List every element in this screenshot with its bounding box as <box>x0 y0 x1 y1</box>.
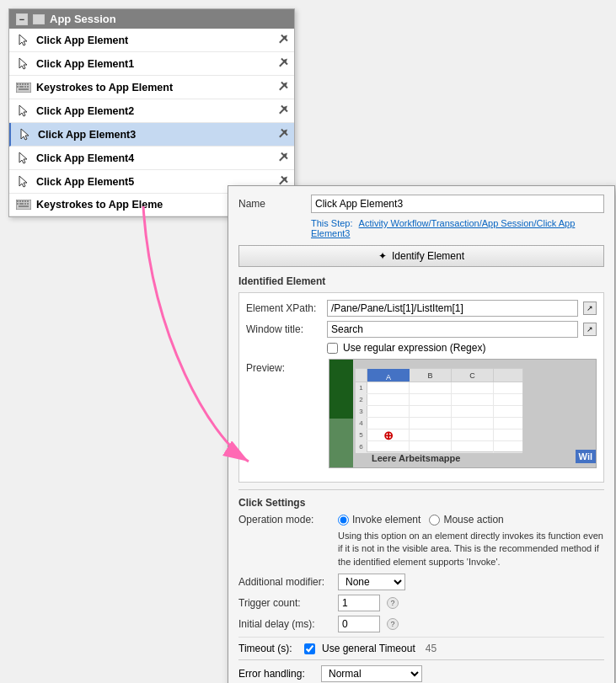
excel-row-3: 3 <box>356 406 522 418</box>
regex-checkbox[interactable] <box>327 343 338 354</box>
svg-rect-20 <box>27 203 29 205</box>
xpath-help-icon[interactable]: ↗ <box>583 301 597 315</box>
cursor-icon <box>16 104 31 118</box>
use-general-timeout-checkbox[interactable] <box>304 643 315 654</box>
item-label-click-app-element4: Click App Element4 <box>36 152 272 164</box>
panel-header: − App Session <box>9 9 294 29</box>
operation-mode-info: Using this option on an element directly… <box>238 530 604 568</box>
svg-rect-1 <box>17 83 19 85</box>
svg-rect-19 <box>24 203 26 205</box>
mouse-action-label: Mouse action <box>443 514 503 526</box>
list-item-click-app-element3[interactable]: Click App Element3 <box>9 123 294 147</box>
additional-modifier-label: Additional modifier: <box>238 576 331 588</box>
wand-icon: ✦ <box>378 250 387 262</box>
timeout-row: Timeout (s): Use general Timeout 45 <box>238 637 604 654</box>
svg-rect-16 <box>27 200 29 202</box>
window-title-input[interactable] <box>327 321 578 338</box>
excel-template-label: Leere Arbeitsmappe <box>372 453 460 463</box>
this-step: This Step: Activity Workflow/Transaction… <box>238 218 604 238</box>
timeout-label: Timeout (s): <box>238 643 297 654</box>
error-handling-label: Error handling: <box>238 668 314 680</box>
item-label-keystrokes-1: Keystrokes to App Element <box>36 82 272 93</box>
click-settings-title: Click Settings <box>238 497 604 509</box>
operation-mode-label: Operation mode: <box>238 514 331 526</box>
excel-row-5: 5 ⊕ <box>356 430 522 441</box>
list-item-click-app-element1[interactable]: Click App Element1 <box>9 52 294 76</box>
initial-delay-help[interactable]: ? <box>387 618 399 630</box>
initial-delay-label: Initial delay (ms): <box>238 618 331 630</box>
preview-row: Preview: A B C <box>246 359 597 468</box>
invoke-radio[interactable] <box>338 515 349 526</box>
window-title-label: Window title: <box>246 323 322 335</box>
error-handling-row: Error handling: Normal <box>238 659 604 683</box>
timeout-value: 45 <box>426 643 437 654</box>
mouse-radio[interactable] <box>429 515 440 526</box>
svg-rect-8 <box>24 86 26 88</box>
svg-rect-15 <box>24 200 26 202</box>
regex-row: Use regular expression (Regex) <box>246 342 597 354</box>
col-b-header: B <box>410 369 452 382</box>
trigger-count-help[interactable]: ? <box>387 597 399 609</box>
window-title-help-icon[interactable]: ↗ <box>583 323 597 336</box>
cursor-icon <box>18 128 33 141</box>
identified-element-title: Identified Element <box>238 275 604 287</box>
svg-rect-13 <box>19 200 21 202</box>
click-settings-section: Click Settings Operation mode: Invoke el… <box>238 489 604 632</box>
list-item-click-app-element[interactable]: Click App Element <box>9 29 294 52</box>
svg-rect-4 <box>24 83 26 85</box>
keyboard-icon <box>16 81 31 94</box>
preview-area: A B C 1 2 <box>329 359 597 468</box>
mouse-action-option[interactable]: Mouse action <box>429 514 503 526</box>
svg-rect-2 <box>19 83 21 85</box>
item-label-click-app-element1: Click App Element1 <box>36 58 272 70</box>
xpath-label: Element XPath: <box>246 302 322 314</box>
list-item-click-app-element4[interactable]: Click App Element4 <box>9 147 294 170</box>
initial-delay-row: Initial delay (ms): ? <box>238 616 604 632</box>
svg-rect-21 <box>19 205 29 207</box>
trigger-count-row: Trigger count: ? <box>238 595 604 611</box>
initial-delay-input[interactable] <box>338 616 380 632</box>
use-general-timeout-label: Use general Timeout <box>322 643 415 654</box>
dialog: Name This Step: Activity Workflow/Transa… <box>228 185 615 683</box>
pin-icon-click-app-element2 <box>274 102 292 120</box>
identify-element-button[interactable]: ✦ Identify Element <box>238 245 604 267</box>
xpath-input[interactable] <box>327 300 578 317</box>
operation-mode-row: Operation mode: Invoke element Mouse act… <box>238 514 604 526</box>
error-handling-select[interactable]: Normal <box>321 665 422 682</box>
keyboard-icon <box>16 198 31 211</box>
operation-mode-radios: Invoke element Mouse action <box>338 514 504 526</box>
svg-rect-10 <box>19 88 29 90</box>
excel-row-4: 4 <box>356 418 522 430</box>
col-a-header: A <box>367 369 410 382</box>
svg-rect-17 <box>17 203 19 205</box>
dialog-body: Name This Step: Activity Workflow/Transa… <box>228 186 614 683</box>
svg-rect-5 <box>27 83 29 85</box>
excel-row-2: 2 <box>356 394 522 406</box>
additional-modifier-select[interactable]: None <box>338 574 405 590</box>
panel-title: App Session <box>50 13 116 25</box>
cursor-icon <box>16 152 31 165</box>
list-item-click-app-element2[interactable]: Click App Element2 <box>9 99 294 123</box>
invoke-element-option[interactable]: Invoke element <box>338 514 420 526</box>
item-label-click-app-element3: Click App Element3 <box>38 129 272 141</box>
excel-wil-label: Wil <box>576 450 596 463</box>
window-title-row: Window title: ↗ <box>246 321 597 338</box>
pin-icon-click-app-element3 <box>274 125 292 143</box>
excel-row-1: 1 <box>356 382 522 394</box>
item-label-click-app-element: Click App Element <box>36 35 272 46</box>
window-icon <box>33 14 45 24</box>
excel-header: A B C <box>356 369 522 382</box>
name-input[interactable] <box>311 195 604 213</box>
svg-rect-3 <box>22 83 24 85</box>
trigger-count-input[interactable] <box>338 595 380 611</box>
list-item-keystrokes-1[interactable]: Keystrokes to App Element <box>9 76 294 99</box>
excel-row-6: 6 <box>356 441 522 453</box>
item-label-click-app-element2: Click App Element2 <box>36 105 272 117</box>
name-row: Name <box>238 195 604 213</box>
additional-modifier-row: Additional modifier: None <box>238 574 604 590</box>
identified-element-section: Element XPath: ↗ Window title: ↗ Use reg… <box>238 292 604 483</box>
minimize-icon[interactable]: − <box>16 13 28 25</box>
identify-btn-label: Identify Element <box>392 250 464 262</box>
cursor-icon <box>16 34 31 47</box>
cursor-icon <box>16 175 31 189</box>
